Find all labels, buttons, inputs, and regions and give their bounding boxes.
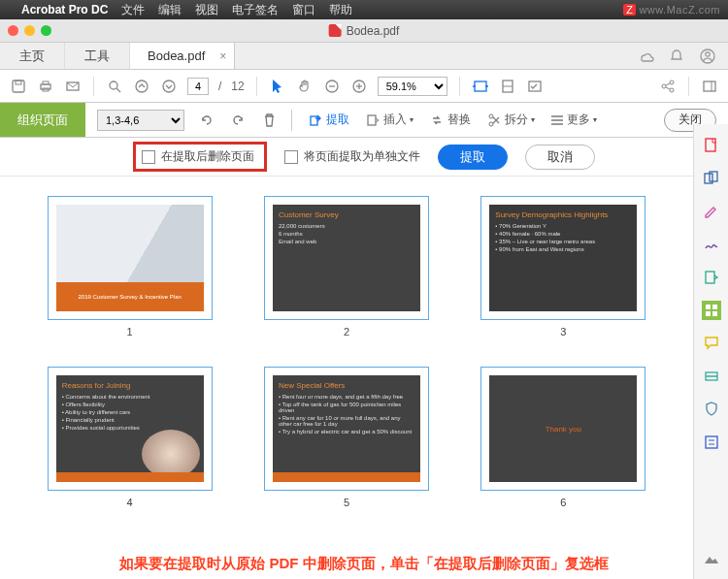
insert-action[interactable]: 插入▾ (359, 110, 419, 130)
svg-point-22 (670, 80, 674, 84)
protect-icon[interactable] (702, 400, 721, 419)
svg-point-21 (662, 84, 666, 88)
tab-row: 主页 工具 Bodea.pdf × (0, 43, 728, 70)
page-down-icon[interactable] (160, 78, 178, 95)
page-number-label: 2 (344, 326, 349, 338)
page-display-icon[interactable] (499, 78, 516, 95)
tab-document[interactable]: Bodea.pdf × (130, 43, 235, 69)
window-minimize-icon[interactable] (24, 25, 35, 36)
svg-rect-33 (706, 139, 715, 151)
svg-rect-36 (706, 272, 714, 283)
window-close-icon[interactable] (8, 25, 18, 36)
hand-tool-icon[interactable] (296, 78, 314, 95)
svg-rect-17 (475, 81, 486, 91)
rotate-right-icon[interactable] (229, 112, 247, 129)
read-mode-icon[interactable] (526, 78, 544, 95)
scan-ocr-icon[interactable] (702, 367, 721, 386)
panel-toggle-icon[interactable] (701, 78, 718, 95)
share-icon[interactable] (659, 78, 677, 95)
menu-edit[interactable]: 编辑 (158, 2, 182, 18)
notification-bell-icon[interactable] (668, 48, 685, 65)
extract-button[interactable]: 提取 (438, 145, 508, 170)
page-number-label: 3 (560, 326, 566, 338)
sign-icon[interactable] (702, 235, 721, 254)
page-thumbnail[interactable]: Customer Survey22,000 customers6 monthsE… (255, 196, 437, 338)
svg-point-11 (163, 80, 175, 92)
main-toolbar: / 12 59.1% (0, 70, 728, 103)
page-number-input[interactable] (187, 78, 209, 95)
email-icon[interactable] (64, 78, 82, 95)
page-number-label: 6 (560, 497, 566, 508)
svg-point-8 (110, 81, 117, 89)
comment-icon[interactable] (702, 334, 721, 353)
page-thumbnail[interactable]: New Special Offers• Rent four or more da… (255, 367, 437, 508)
separate-files-option[interactable]: 将页面提取为单独文件 (284, 148, 420, 165)
export-pdf-icon[interactable] (702, 268, 721, 287)
svg-rect-24 (704, 81, 715, 91)
app-name[interactable]: Acrobat Pro DC (21, 3, 108, 16)
separate-files-checkbox[interactable] (284, 150, 298, 164)
tab-close-icon[interactable]: × (219, 49, 226, 63)
page-number-label: 4 (127, 497, 133, 508)
menu-help[interactable]: 帮助 (329, 2, 352, 18)
page-thumbnail[interactable]: Survey Demographics Highlights• 70% Gene… (473, 196, 654, 338)
forms-icon[interactable] (702, 433, 721, 452)
page-thumbnail[interactable]: Reasons for Joining• Concerns about the … (39, 367, 220, 508)
save-icon[interactable] (10, 78, 27, 95)
mac-menubar: Acrobat Pro DC 文件 编辑 视图 电子签名 窗口 帮助 Zwww.… (0, 0, 728, 19)
svg-rect-27 (368, 115, 376, 125)
page-thumbnail[interactable]: 2019 Customer Survey & Incentive Plan 1 (39, 196, 220, 338)
svg-point-23 (670, 88, 674, 92)
search-icon[interactable] (106, 78, 123, 95)
create-pdf-icon[interactable] (702, 136, 721, 155)
page-number-label: 1 (127, 326, 133, 338)
delete-after-extract-option[interactable]: 在提取后删除页面 (133, 142, 267, 172)
svg-point-10 (136, 80, 148, 92)
menu-file[interactable]: 文件 (121, 2, 145, 18)
pointer-tool-icon[interactable] (269, 78, 286, 95)
split-action[interactable]: 拆分▾ (480, 110, 541, 130)
window-zoom-icon[interactable] (41, 25, 51, 36)
tab-document-label: Bodea.pdf (148, 48, 205, 63)
user-account-icon[interactable] (699, 48, 716, 65)
zoom-in-icon[interactable] (350, 78, 368, 95)
edit-pdf-icon[interactable] (702, 202, 721, 221)
more-tools-icon[interactable] (702, 550, 721, 569)
extract-action[interactable]: 提取 (302, 110, 355, 130)
delete-after-extract-checkbox[interactable] (142, 150, 155, 164)
document-title: Bodea.pdf (347, 24, 400, 38)
print-icon[interactable] (37, 78, 54, 95)
svg-rect-26 (311, 116, 317, 125)
page-number-label: 5 (344, 497, 349, 508)
page-up-icon[interactable] (133, 78, 150, 95)
organize-pages-title: 组织页面 (0, 103, 85, 137)
thumbnails-area[interactable]: 2019 Customer Survey & Incentive Plan 1 … (0, 177, 693, 579)
menu-window[interactable]: 窗口 (292, 2, 315, 18)
cloud-sync-icon[interactable] (637, 48, 654, 65)
svg-rect-5 (43, 81, 49, 84)
page-total: 12 (231, 80, 244, 93)
page-sep: / (218, 80, 221, 93)
svg-rect-38 (712, 305, 717, 309)
menu-esign[interactable]: 电子签名 (232, 2, 279, 18)
zoom-select[interactable]: 59.1% (378, 77, 447, 96)
fit-width-icon[interactable] (472, 78, 489, 95)
rotate-left-icon[interactable] (198, 112, 215, 129)
cancel-button[interactable]: 取消 (525, 145, 595, 170)
delete-after-extract-label: 在提取后删除页面 (161, 148, 254, 165)
window-titlebar: Bodea.pdf (0, 19, 728, 43)
svg-rect-2 (13, 80, 24, 92)
organize-pages-icon[interactable] (702, 301, 721, 320)
zoom-out-icon[interactable] (323, 78, 341, 95)
svg-rect-37 (706, 305, 711, 309)
menu-view[interactable]: 视图 (195, 2, 218, 18)
more-action[interactable]: 更多▾ (545, 110, 603, 130)
tab-home[interactable]: 主页 (0, 43, 65, 69)
delete-page-icon[interactable] (260, 112, 278, 129)
tab-tools[interactable]: 工具 (65, 43, 130, 69)
page-thumbnail[interactable]: Thank you 6 (473, 367, 654, 508)
replace-action[interactable]: 替换 (423, 110, 477, 130)
svg-point-29 (489, 122, 493, 126)
page-range-select[interactable]: 1,3-4,6 (97, 110, 184, 131)
combine-files-icon[interactable] (702, 169, 721, 188)
